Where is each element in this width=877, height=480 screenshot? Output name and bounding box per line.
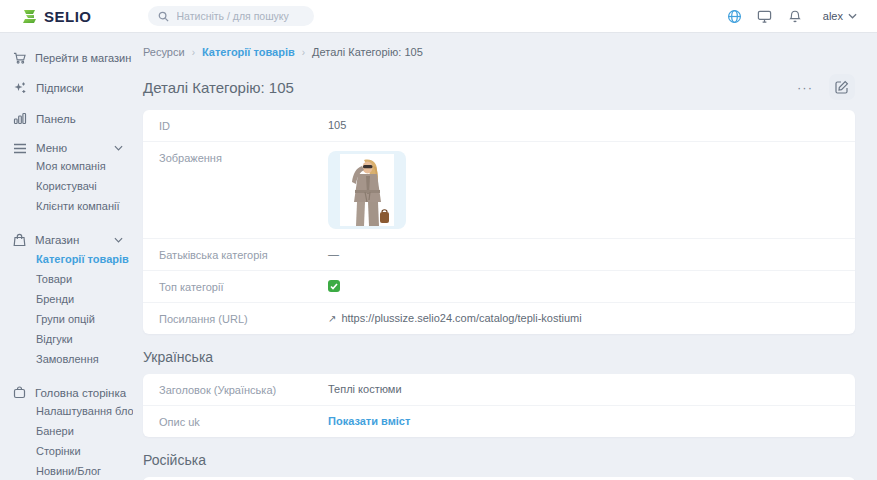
breadcrumb-separator: ›	[192, 47, 195, 58]
sidebar-item-banners[interactable]: Банери	[0, 421, 133, 441]
sidebar-submenu-menu: Моя компанія Користувачі Клієнти компані…	[0, 156, 133, 216]
search-input[interactable]	[175, 9, 304, 23]
sidebar-item-menu[interactable]: Меню	[0, 142, 133, 154]
row-value: Теплі костюми	[328, 383, 402, 395]
chevron-down-icon	[114, 145, 123, 151]
edit-pencil-icon	[835, 80, 849, 94]
sidebar-item-store[interactable]: Магазин	[0, 233, 133, 247]
row-title-uk: Заголовок (Українська) Теплі костюми	[143, 374, 855, 406]
page-actions: ···	[793, 74, 855, 100]
ukrainian-card: Заголовок (Українська) Теплі костюми Опи…	[143, 374, 855, 437]
page-header: Деталі Категорію: 105 ···	[143, 74, 855, 100]
sidebar-item-homepage[interactable]: Головна сторінка	[0, 386, 133, 399]
row-label: ID	[159, 119, 328, 132]
row-label: Зображення	[159, 151, 328, 164]
search-icon	[158, 11, 169, 22]
check-icon	[330, 283, 338, 290]
url-text: https://plussize.selio24.com/catalog/tep…	[341, 312, 581, 324]
globe-icon[interactable]	[727, 8, 743, 24]
sidebar-item-label: Підписки	[36, 82, 83, 94]
category-photo	[340, 154, 394, 226]
details-card: ID 105 Зображення	[143, 110, 855, 334]
sidebar-item-label: Меню	[36, 142, 67, 154]
sidebar-submenu-store: Категорії товарів Товари Бренди Групи оп…	[0, 249, 133, 369]
row-label: Посилання (URL)	[159, 312, 328, 325]
row-label: Опис uk	[159, 415, 328, 428]
row-value: —	[328, 248, 339, 260]
cart-icon	[13, 52, 26, 64]
sidebar-item-users[interactable]: Користувачі	[0, 176, 133, 196]
sidebar-item-orders[interactable]: Замовлення	[0, 349, 133, 369]
sidebar-submenu-homepage: Налаштування блоку Банери Сторінки Новин…	[0, 401, 133, 480]
user-menu[interactable]: alex	[823, 10, 857, 22]
page-title: Деталі Категорію: 105	[143, 79, 294, 96]
sidebar-item-my-company[interactable]: Моя компанія	[0, 156, 133, 176]
detail-row-url: Посилання (URL) ↗ https://plussize.selio…	[143, 303, 855, 334]
detail-row-top-category: Топ категорії	[143, 271, 855, 303]
section-heading-ukrainian: Українська	[143, 349, 855, 365]
breadcrumb: Ресурси › Категорії товарів › Деталі Кат…	[143, 46, 855, 58]
sidebar-item-products[interactable]: Товари	[0, 269, 133, 289]
edit-button[interactable]	[829, 74, 855, 100]
row-value: 105	[328, 119, 346, 131]
sidebar-item-option-groups[interactable]: Групи опцій	[0, 309, 133, 329]
home-page-icon	[13, 386, 26, 399]
row-description-uk: Опис uk Показати вміст	[143, 406, 855, 437]
show-content-link-uk[interactable]: Показати вміст	[328, 415, 410, 427]
row-label: Заголовок (Українська)	[159, 383, 328, 396]
more-actions-button[interactable]: ···	[793, 77, 817, 98]
sidebar-item-label: Перейти в магазин	[35, 52, 131, 64]
logo-icon	[22, 8, 38, 24]
sidebar-item-label: Панель	[36, 113, 76, 125]
bag-icon	[13, 233, 26, 247]
breadcrumb-separator: ›	[302, 47, 305, 58]
topbar-right: alex	[727, 8, 857, 24]
menu-icon	[13, 143, 27, 154]
app-logo[interactable]: SELIO	[22, 8, 92, 25]
top-bar: SELIO	[0, 0, 877, 32]
sidebar-item-dashboard[interactable]: Панель	[0, 112, 133, 125]
row-label: Батьківська категорія	[159, 248, 328, 261]
top-category-checkbox[interactable]	[328, 280, 340, 292]
sidebar-item-pages[interactable]: Сторінки	[0, 441, 133, 461]
sidebar-item-subscriptions[interactable]: Підписки	[0, 81, 133, 95]
sidebar-item-news-blog[interactable]: Новини/Блог	[0, 461, 133, 480]
sidebar-go-to-store[interactable]: Перейти в магазин	[0, 52, 133, 64]
sidebar-item-company-clients[interactable]: Клієнти компанії	[0, 196, 133, 216]
breadcrumb-categories-link[interactable]: Категорії товарів	[202, 46, 295, 58]
detail-row-image: Зображення	[143, 142, 855, 239]
user-name: alex	[823, 10, 843, 22]
chevron-down-icon	[848, 13, 857, 19]
breadcrumb-current: Деталі Категорію: 105	[312, 46, 423, 58]
sidebar: Перейти в магазин Підписки Панель	[0, 32, 133, 480]
main-content: Ресурси › Категорії товарів › Деталі Кат…	[133, 32, 877, 480]
sidebar-item-reviews[interactable]: Відгуки	[0, 329, 133, 349]
external-link-icon: ↗	[328, 313, 336, 324]
section-heading-russian: Російська	[143, 452, 855, 468]
category-url-link[interactable]: ↗ https://plussize.selio24.com/catalog/t…	[328, 312, 582, 324]
sidebar-item-label: Головна сторінка	[35, 387, 126, 399]
breadcrumb-resources[interactable]: Ресурси	[143, 46, 185, 58]
sidebar-item-label: Магазин	[35, 234, 79, 246]
sparkles-icon	[13, 81, 27, 95]
sidebar-item-brands[interactable]: Бренди	[0, 289, 133, 309]
global-search[interactable]	[148, 6, 314, 26]
bell-icon[interactable]	[787, 8, 803, 24]
chevron-down-icon	[114, 237, 123, 243]
sidebar-item-product-categories[interactable]: Категорії товарів	[0, 249, 133, 269]
sidebar-item-block-settings[interactable]: Налаштування блоку	[0, 401, 133, 421]
monitor-icon[interactable]	[757, 8, 773, 24]
row-label: Топ категорії	[159, 280, 328, 293]
bar-chart-icon	[13, 112, 27, 125]
logo-text: SELIO	[44, 8, 92, 25]
category-image-thumbnail[interactable]	[328, 151, 406, 229]
detail-row-parent-category: Батьківська категорія —	[143, 239, 855, 271]
detail-row-id: ID 105	[143, 110, 855, 142]
